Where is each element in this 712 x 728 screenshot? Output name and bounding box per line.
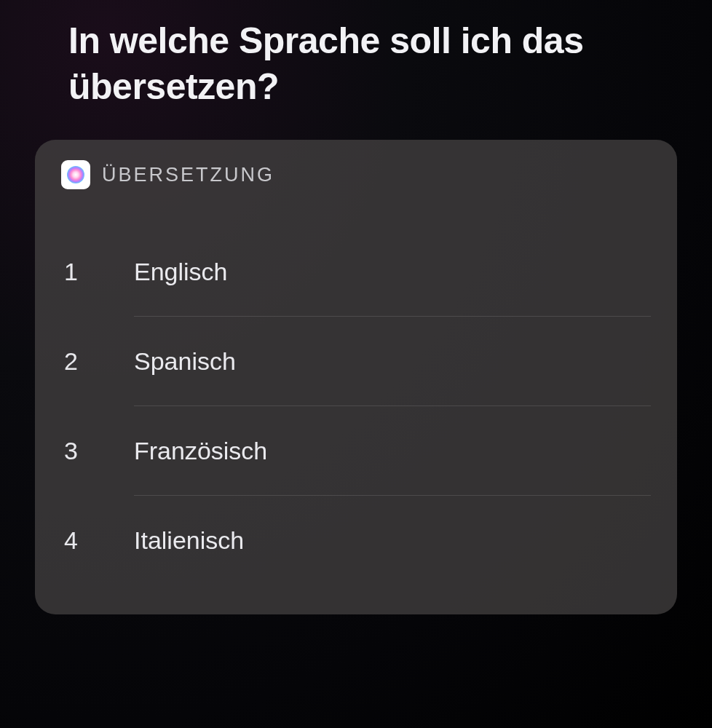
siri-icon bbox=[61, 160, 90, 189]
language-option-english[interactable]: 1 Englisch bbox=[61, 227, 651, 317]
option-number: 4 bbox=[61, 526, 134, 555]
option-number: 2 bbox=[61, 347, 134, 376]
siri-prompt-title: In welche Sprache soll ich das übersetze… bbox=[68, 18, 683, 109]
language-option-list: 1 Englisch 2 Spanisch 3 Französisch 4 It… bbox=[61, 227, 651, 585]
option-number: 1 bbox=[61, 258, 134, 286]
card-title: ÜBERSETZUNG bbox=[102, 164, 274, 186]
card-header: ÜBERSETZUNG bbox=[61, 160, 651, 189]
language-option-spanish[interactable]: 2 Spanisch bbox=[61, 317, 651, 406]
translation-card: ÜBERSETZUNG 1 Englisch 2 Spanisch 3 Fran… bbox=[35, 140, 677, 614]
svg-point-0 bbox=[67, 166, 84, 183]
option-number: 3 bbox=[61, 437, 134, 465]
option-label: Spanisch bbox=[134, 347, 236, 376]
option-label: Italienisch bbox=[134, 526, 244, 555]
option-label: Französisch bbox=[134, 437, 267, 465]
language-option-italian[interactable]: 4 Italienisch bbox=[61, 496, 651, 585]
language-option-french[interactable]: 3 Französisch bbox=[61, 406, 651, 496]
option-label: Englisch bbox=[134, 258, 228, 286]
